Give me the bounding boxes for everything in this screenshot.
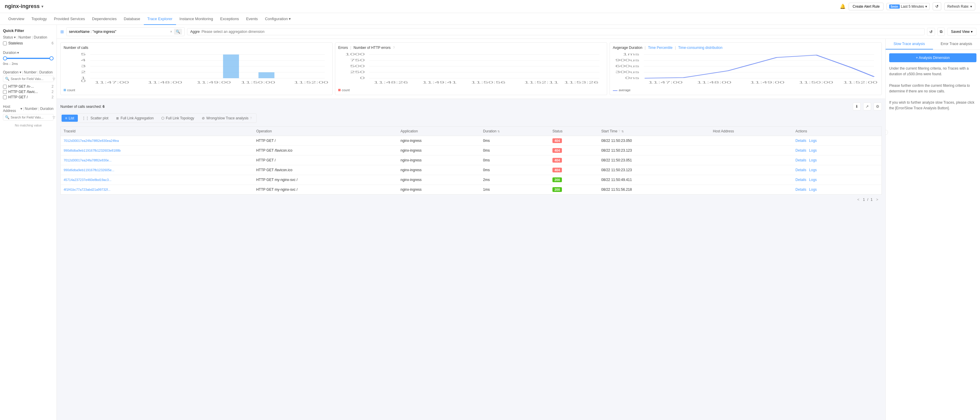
trace-id-5[interactable]: 4f1f41bc77a723abd21a99732f... — [64, 188, 110, 191]
tab-dependencies[interactable]: Dependencies — [89, 13, 120, 25]
quick-filter-title: Quick Filter — [3, 29, 54, 33]
wrong-slow-help[interactable]: ? — [250, 117, 252, 120]
svg-text:11:52:00: 11:52:00 — [843, 81, 877, 84]
tab-trace-explorer[interactable]: Trace Explorer — [144, 13, 176, 25]
details-link-1[interactable]: Details — [795, 149, 806, 153]
duration-arrow[interactable]: ▾ — [17, 51, 19, 55]
host-filter-icon[interactable]: ▽ — [52, 115, 55, 119]
errors-subtitle: Number of HTTP errors — [353, 46, 391, 50]
host-label: Host Address — [3, 105, 19, 113]
row-starttime-4: 08/22 11:50:49.411 — [598, 175, 710, 185]
host-arrow[interactable]: ▾ — [21, 107, 22, 111]
details-link-4[interactable]: Details — [795, 178, 806, 182]
host-number-label: Number — [25, 107, 38, 111]
row-application-2: nginx-ingress — [398, 155, 480, 165]
status-arrow[interactable]: ▾ — [14, 35, 16, 39]
col-operation: Operation — [253, 127, 398, 136]
tab-overview[interactable]: Overview — [5, 13, 28, 25]
refresh-rate-selector[interactable]: Refresh Rate: ▾ — [944, 3, 975, 10]
stateless-checkbox[interactable] — [3, 42, 7, 45]
tab-list[interactable]: ≡ List — [62, 115, 78, 122]
logs-link-1[interactable]: Logs — [809, 149, 817, 153]
page-next[interactable]: > — [875, 197, 880, 202]
duration-filter-label: Duration ▾ — [3, 51, 54, 55]
status-badge-4: 200 — [552, 177, 562, 182]
starttime-help-icon[interactable]: ? — [619, 129, 620, 133]
analysis-dimension-button[interactable]: + Analysis Dimension — [889, 53, 977, 62]
trace-id-4[interactable]: 45714a237237e460e8bd19ac3... — [64, 178, 111, 182]
calls-legend-label: count — [67, 88, 75, 92]
host-filter-group: Host Address ▾ | Number | Duration 🔍 ▽ N… — [3, 105, 54, 128]
starttime-sort-icon[interactable]: ⇅ — [621, 130, 624, 133]
slider-thumb-right[interactable] — [49, 56, 54, 61]
refresh-button[interactable]: ↺ — [933, 2, 941, 10]
create-alert-button[interactable]: Create Alert Rule — [849, 3, 883, 10]
svg-text:11:47:00: 11:47:00 — [648, 81, 682, 84]
row-operation-5: HTTP GET my-nginx-svc / — [253, 185, 398, 195]
settings-button[interactable]: ⚙ — [873, 102, 882, 110]
app-dropdown-icon[interactable]: ▾ — [41, 5, 43, 9]
details-link-5[interactable]: Details — [795, 187, 806, 192]
logs-link-0[interactable]: Logs — [809, 139, 817, 143]
logs-link-4[interactable]: Logs — [809, 178, 817, 182]
operation-check-1[interactable]: HTTP GET /n-... — [3, 85, 34, 89]
slider-thumb-left[interactable] — [3, 56, 7, 61]
operation-check-3[interactable]: HTTP GET / — [3, 95, 28, 99]
trace-id-1[interactable]: 990d6dba9eb119167fb1232603e8188b — [64, 149, 121, 152]
wrong-slow-label: Wrong/slow Trace analysis — [206, 116, 248, 120]
host-search-input[interactable] — [11, 115, 51, 119]
host-duration-label: Duration — [40, 107, 54, 111]
trace-id-0[interactable]: 7012d30017ea24fa78f82e830ea24fea — [64, 139, 119, 142]
tab-full-link-agg[interactable]: ≣ Full Link Aggregation — [113, 115, 157, 122]
stateless-checkbox-label[interactable]: Stateless — [3, 41, 23, 45]
logs-link-5[interactable]: Logs — [809, 187, 817, 192]
trace-id-3[interactable]: 990d6dba9eb119167fb1232605e... — [64, 168, 114, 172]
details-link-0[interactable]: Details — [795, 139, 806, 143]
operation-filter-icon[interactable]: ▽ — [52, 77, 55, 81]
aggr-copy-button[interactable]: ⧉ — [937, 27, 945, 36]
host-no-match: No matching value — [3, 122, 54, 128]
logs-link-2[interactable]: Logs — [809, 158, 817, 162]
panel-collapse-button[interactable]: › — [885, 130, 888, 135]
errors-help-icon[interactable]: ? — [393, 46, 395, 50]
svg-text:900us: 900us — [615, 59, 640, 62]
host-search-icon: 🔍 — [5, 115, 10, 119]
tab-instance-monitoring[interactable]: Instance Monitoring — [176, 13, 216, 25]
search-input[interactable] — [69, 30, 169, 34]
tab-events[interactable]: Events — [243, 13, 262, 25]
share-button[interactable]: ↗ — [863, 102, 871, 110]
details-link-3[interactable]: Details — [795, 168, 806, 172]
operation-filter-group: Operation ▾ | Number | Duration 🔍 ▽ HTTP… — [3, 70, 54, 100]
details-link-2[interactable]: Details — [795, 158, 806, 162]
page-prev[interactable]: < — [856, 197, 861, 202]
right-tab-error-trace[interactable]: Error Trace analysis — [933, 39, 980, 50]
operation-arrow[interactable]: ▾ — [19, 70, 21, 74]
view-tabs: ≡ List ⋮⋮ Scatter plot ≣ Full Link Aggre… — [60, 113, 256, 123]
tab-scatter[interactable]: ⋮⋮ Scatter plot — [78, 115, 112, 122]
operation-check-2[interactable]: HTTP GET /favic... — [3, 90, 38, 94]
search-magnify-icon[interactable]: 🔍 — [174, 29, 182, 35]
tab-full-link-topo[interactable]: ⬡ Full Link Topology — [158, 115, 198, 122]
aggr-input[interactable] — [202, 30, 921, 34]
tab-exceptions[interactable]: Exceptions — [216, 13, 243, 25]
aggr-refresh-button[interactable]: ↺ — [927, 28, 935, 36]
download-button[interactable]: ⬇ — [853, 102, 861, 110]
tab-provided-services[interactable]: Provided Services — [50, 13, 89, 25]
duration-sort-icon[interactable]: ⇅ — [497, 130, 500, 133]
duration-subtitle1[interactable]: Time Percentile — [648, 46, 673, 50]
operation-search-input[interactable] — [11, 77, 51, 81]
tab-database[interactable]: Database — [120, 13, 144, 25]
tab-topology[interactable]: Topology — [28, 13, 50, 25]
tab-configuration[interactable]: Configuration ▾ — [261, 13, 294, 25]
clear-icon[interactable]: × — [170, 30, 172, 34]
duration-subtitle2[interactable]: Time-consuming distribution — [678, 46, 722, 50]
right-tab-slow-trace[interactable]: Slow Trace analysis — [886, 39, 933, 50]
row-operation-0: HTTP GET / — [253, 136, 398, 146]
logs-link-3[interactable]: Logs — [809, 168, 817, 172]
tab-wrong-slow[interactable]: ⊘ Wrong/slow Trace analysis ? — [198, 115, 255, 122]
time-selector[interactable]: 5min Last 5 Minutes ▾ — [886, 3, 930, 10]
results-area: Number of calls searched: 6 ⬇ ↗ ⚙ ≡ — [57, 99, 885, 208]
top-header: nginx-ingress ▾ 🔔 Create Alert Rule 5min… — [0, 0, 980, 13]
saved-view-button[interactable]: Saved View ▾ — [947, 28, 977, 35]
trace-id-2[interactable]: 7012d30017ea24fa78f82e830e... — [64, 158, 111, 162]
